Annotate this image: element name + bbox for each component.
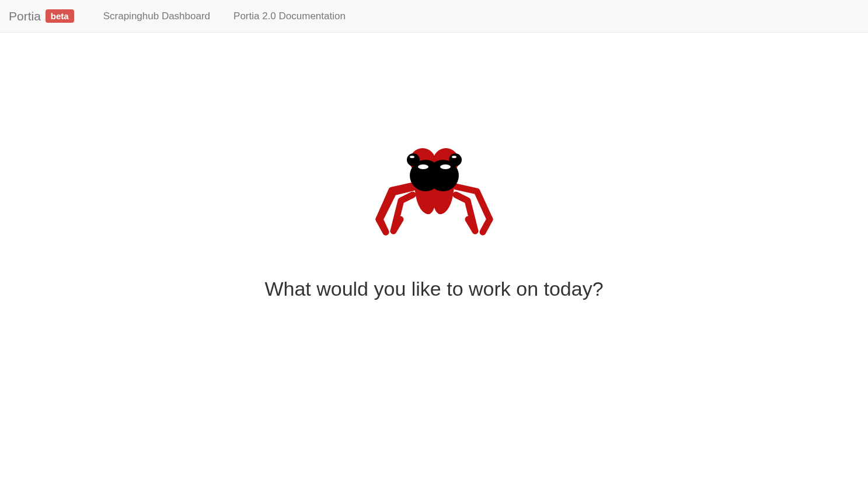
spider-logo-icon — [367, 143, 501, 237]
main-landing: What would you like to work on today? — [0, 33, 868, 300]
beta-badge: beta — [46, 9, 74, 23]
svg-point-7 — [440, 164, 451, 169]
svg-point-9 — [452, 156, 456, 158]
landing-headline: What would you like to work on today? — [264, 278, 603, 300]
svg-point-4 — [407, 153, 420, 166]
svg-point-5 — [449, 153, 462, 166]
brand[interactable]: Portia beta — [9, 9, 92, 23]
svg-point-6 — [418, 164, 428, 169]
svg-point-8 — [410, 156, 414, 158]
nav-link-dashboard[interactable]: Scrapinghub Dashboard — [92, 10, 222, 22]
nav-link-documentation[interactable]: Portia 2.0 Documentation — [222, 10, 357, 22]
brand-name: Portia — [9, 9, 41, 23]
top-navbar: Portia beta Scrapinghub Dashboard Portia… — [0, 0, 868, 33]
